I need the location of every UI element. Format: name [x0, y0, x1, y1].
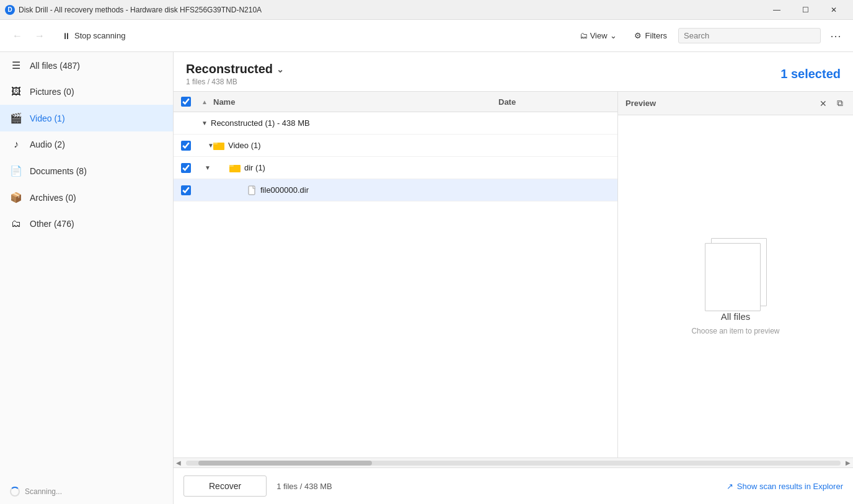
stop-scanning-button[interactable]: ⏸ Stop scanning: [55, 27, 133, 45]
title-bar: D Disk Drill - All recovery methods - Ha…: [0, 0, 853, 20]
pictures-icon: 🖼: [10, 86, 22, 97]
horizontal-scrollbar[interactable]: ◀ ▶: [174, 458, 853, 467]
toolbar: ← → ⏸ Stop scanning 🗂 View ⌄ ⚙ Filters ⋯: [0, 20, 853, 52]
minimize-button[interactable]: —: [762, 0, 791, 20]
close-button[interactable]: ✕: [820, 0, 848, 20]
scanning-spinner: [10, 487, 20, 497]
nav-buttons: ← →: [7, 26, 50, 46]
more-button[interactable]: ⋯: [826, 26, 846, 46]
video-checkbox[interactable]: [181, 141, 191, 151]
name-column-header: Name: [211, 92, 493, 112]
file-date-root: [493, 121, 617, 126]
scroll-right-button[interactable]: ▶: [843, 459, 853, 466]
file-item-name: file000000.dir: [260, 185, 309, 195]
scrollbar-track: [186, 461, 841, 466]
file-checkbox[interactable]: [181, 185, 191, 195]
audio-label: Audio (2): [30, 139, 163, 149]
file-list-container[interactable]: ▲ Name Date ▼ Reconstructed (1) - 438 MB: [174, 92, 617, 458]
sidebar-item-other[interactable]: 🗂 Other (476): [0, 211, 173, 237]
close-preview-button[interactable]: ✕: [817, 97, 829, 110]
sidebar-item-pictures[interactable]: 🖼 Pictures (0): [0, 79, 173, 105]
sidebar-item-all-files[interactable]: ☰ All files (487): [0, 52, 173, 79]
video-icon: 🎬: [10, 112, 22, 124]
date-column-header: Date: [493, 92, 617, 112]
file-name-video: Video (1): [211, 138, 493, 153]
filter-icon: ⚙: [634, 31, 642, 40]
toggle-video[interactable]: ▼: [198, 142, 211, 149]
file-name-file: file000000.dir: [211, 183, 493, 198]
show-in-explorer-label: Show scan results in Explorer: [737, 482, 843, 491]
search-box[interactable]: [678, 28, 821, 43]
row-check-video[interactable]: [174, 138, 198, 153]
documents-label: Documents (8): [30, 166, 163, 176]
all-files-icon: ☰: [10, 60, 22, 71]
all-files-label: All files (487): [30, 61, 163, 71]
view-label: View: [590, 31, 608, 40]
app-window: ← → ⏸ Stop scanning 🗂 View ⌄ ⚙ Filters ⋯: [0, 20, 853, 504]
content-header: Reconstructed ⌄ 1 files / 438 MB 1 selec…: [174, 52, 853, 92]
sidebar-footer: Scanning...: [0, 479, 173, 504]
row-check-root[interactable]: [174, 121, 198, 126]
file-list-header: ▲ Name Date: [174, 92, 617, 112]
table-row[interactable]: file000000.dir: [174, 179, 617, 201]
file-date-dir: [493, 166, 617, 170]
file-name-root: Reconstructed (1) - 438 MB: [211, 116, 493, 130]
sidebar-item-video[interactable]: 🎬 Video (1): [0, 105, 173, 131]
other-label: Other (476): [30, 219, 163, 229]
archives-label: Archives (0): [30, 193, 163, 203]
sidebar-item-audio[interactable]: ♪ Audio (2): [0, 131, 173, 157]
content-title-chevron[interactable]: ⌄: [276, 64, 284, 74]
select-all-checkbox[interactable]: [181, 97, 191, 107]
row-check-dir[interactable]: [174, 161, 198, 175]
preview-sublabel: Choose an item to preview: [691, 327, 779, 335]
table-row[interactable]: ▼ dir (1): [174, 157, 617, 179]
file-name-dir: dir (1): [211, 161, 493, 175]
table-row[interactable]: ▼ Video (1): [174, 135, 617, 157]
app-icon: D: [5, 5, 15, 15]
forward-button[interactable]: →: [30, 26, 50, 46]
pictures-label: Pictures (0): [30, 87, 163, 97]
maximize-button[interactable]: ☐: [791, 0, 820, 20]
sort-toggle[interactable]: ▲: [198, 94, 211, 110]
toggle-root[interactable]: ▼: [198, 120, 211, 126]
show-in-explorer-icon: ↗: [727, 482, 733, 491]
folder-icon: 🗂: [580, 31, 588, 40]
selected-count: 1 selected: [780, 67, 841, 81]
title-bar-controls: — ☐ ✕: [762, 0, 848, 20]
sidebar-item-documents[interactable]: 📄 Documents (8): [0, 157, 173, 184]
svg-rect-3: [229, 165, 234, 167]
copy-preview-button[interactable]: ⧉: [834, 97, 846, 110]
show-in-explorer-link[interactable]: ↗ Show scan results in Explorer: [727, 482, 843, 491]
preview-content: All files Choose an item to preview: [618, 115, 853, 458]
body-layout: ☰ All files (487) 🖼 Pictures (0) 🎬 Video…: [0, 52, 853, 504]
back-button[interactable]: ←: [7, 26, 27, 46]
content-subtitle: 1 files / 438 MB: [186, 77, 284, 86]
recover-button[interactable]: Recover: [183, 475, 267, 497]
other-icon: 🗂: [10, 218, 22, 229]
preview-doc-front: [705, 243, 761, 311]
search-input[interactable]: [684, 31, 815, 40]
header-checkbox-col: [174, 92, 198, 112]
dir-checkbox[interactable]: [181, 163, 191, 173]
toggle-dir[interactable]: ▼: [198, 164, 211, 171]
folder-yellow-icon: [213, 141, 224, 151]
bottom-bar: Recover 1 files / 438 MB ↗ Show scan res…: [174, 467, 853, 504]
archives-icon: 📦: [10, 192, 22, 203]
view-button[interactable]: 🗂 View ⌄: [573, 27, 623, 44]
row-check-file[interactable]: [174, 183, 198, 198]
scroll-left-button[interactable]: ◀: [174, 459, 183, 466]
scrollbar-thumb[interactable]: [198, 461, 372, 466]
chevron-down-icon: ⌄: [610, 31, 617, 40]
pause-icon: ⏸: [62, 31, 71, 41]
table-row[interactable]: ▼ Reconstructed (1) - 438 MB: [174, 112, 617, 135]
audio-icon: ♪: [10, 139, 22, 150]
file-icon: [248, 185, 257, 195]
preview-header: Preview ✕ ⧉: [618, 92, 853, 115]
file-date-file: [493, 188, 617, 193]
preview-all-files-label: All files: [721, 311, 751, 322]
filters-button[interactable]: ⚙ Filters: [628, 27, 673, 44]
root-name-text: Reconstructed (1) - 438 MB: [211, 118, 310, 128]
video-label: Video (1): [30, 113, 163, 123]
sidebar-item-archives[interactable]: 📦 Archives (0): [0, 184, 173, 211]
preview-icon-stack: [699, 238, 773, 306]
